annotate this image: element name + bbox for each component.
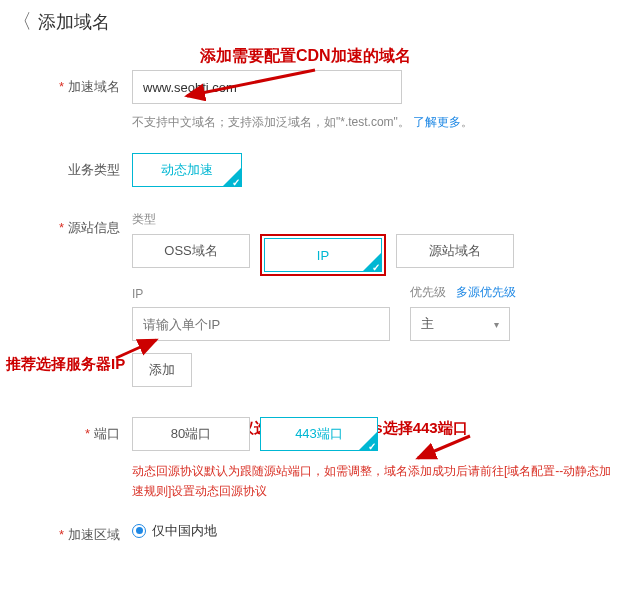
label-port: *端口 — [12, 417, 132, 443]
priority-select[interactable]: 主 ▾ — [410, 307, 510, 341]
priority-link[interactable]: 多源优先级 — [456, 284, 516, 301]
region-radio-cn[interactable] — [132, 524, 146, 538]
domain-help: 不支持中文域名；支持添加泛域名，如"*.test.com"。 了解更多。 — [132, 114, 618, 131]
page-title: 添加域名 — [38, 10, 110, 34]
origin-type-oss[interactable]: OSS域名 — [132, 234, 250, 268]
domain-input[interactable] — [132, 70, 402, 104]
origin-type-domain[interactable]: 源站域名 — [396, 234, 514, 268]
origin-ip-label: IP — [132, 287, 390, 301]
origin-ip-input[interactable] — [132, 307, 390, 341]
label-region: *加速区域 — [12, 518, 132, 544]
add-origin-button[interactable]: 添加 — [132, 353, 192, 387]
port-443-tile[interactable]: 443端口 — [260, 417, 378, 451]
learn-more-link[interactable]: 了解更多 — [413, 115, 461, 129]
region-radio-cn-label: 仅中国内地 — [152, 522, 217, 540]
annotation-1: 添加需要配置CDN加速的域名 — [200, 46, 411, 67]
back-icon[interactable]: 〈 — [12, 11, 32, 31]
label-domain: *加速域名 — [12, 70, 132, 96]
priority-label: 优先级 — [410, 284, 446, 301]
label-biz: 业务类型 — [12, 153, 132, 179]
origin-type-ip[interactable]: IP — [264, 238, 382, 272]
label-origin: *源站信息 — [12, 211, 132, 237]
origin-type-label: 类型 — [132, 211, 618, 228]
port-note: 动态回源协议默认为跟随源站端口，如需调整，域名添加成功后请前往[域名配置--动静… — [132, 461, 618, 502]
biz-type-tile[interactable]: 动态加速 — [132, 153, 242, 187]
port-80-tile[interactable]: 80端口 — [132, 417, 250, 451]
chevron-down-icon: ▾ — [494, 319, 499, 330]
